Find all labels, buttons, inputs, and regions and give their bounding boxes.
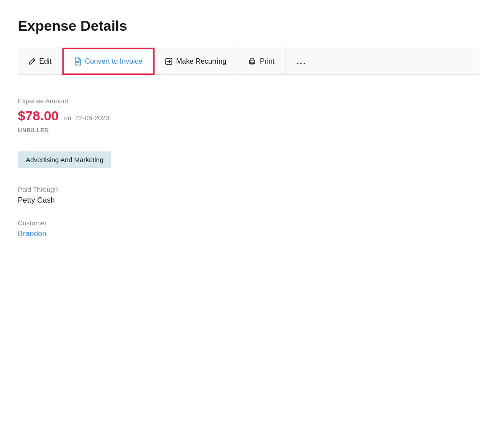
make-recurring-button[interactable]: Make Recurring [154, 48, 238, 74]
more-options-button[interactable]: ... [285, 48, 317, 74]
convert-to-invoice-button[interactable]: Convert to Invoice [62, 48, 155, 75]
edit-button[interactable]: Edit [18, 48, 63, 74]
status-badge: UNBILLED [18, 127, 479, 134]
more-label: ... [296, 56, 306, 66]
customer-label: Customer [18, 219, 479, 227]
svg-point-5 [250, 61, 251, 61]
date-value: 22-05-2023 [75, 114, 110, 122]
convert-label: Convert to Invoice [85, 57, 143, 65]
paid-through-value: Petty Cash [18, 196, 479, 205]
customer-value[interactable]: Brandon [18, 229, 479, 238]
invoice-icon [74, 57, 81, 65]
amount-row: $78.00 on 22-05-2023 [18, 108, 479, 123]
print-icon [248, 57, 256, 65]
amount-value: $78.00 [18, 108, 59, 123]
date-prefix: on [64, 114, 72, 122]
amount-date: on 22-05-2023 [64, 114, 110, 122]
print-label: Print [260, 57, 274, 65]
category-tag: Advertising And Marketing [18, 151, 111, 168]
customer-section: Customer Brandon [18, 219, 479, 238]
paid-through-section: Paid Through Petty Cash [18, 186, 479, 205]
page-container: Expense Details Edit Convert to Invoi [0, 0, 497, 257]
expense-amount-label: Expense Amount [18, 97, 479, 105]
toolbar: Edit Convert to Invoice Make Recurri [18, 48, 479, 75]
expense-amount-section: Expense Amount $78.00 on 22-05-2023 UNBI… [18, 97, 479, 134]
content-section: Expense Amount $78.00 on 22-05-2023 UNBI… [18, 93, 479, 257]
page-title: Expense Details [18, 18, 479, 34]
recurring-icon [165, 57, 173, 65]
recurring-label: Make Recurring [176, 57, 227, 65]
paid-through-label: Paid Through [18, 186, 479, 193]
edit-label: Edit [39, 57, 52, 65]
print-button[interactable]: Print [237, 48, 285, 74]
edit-icon [29, 58, 36, 65]
